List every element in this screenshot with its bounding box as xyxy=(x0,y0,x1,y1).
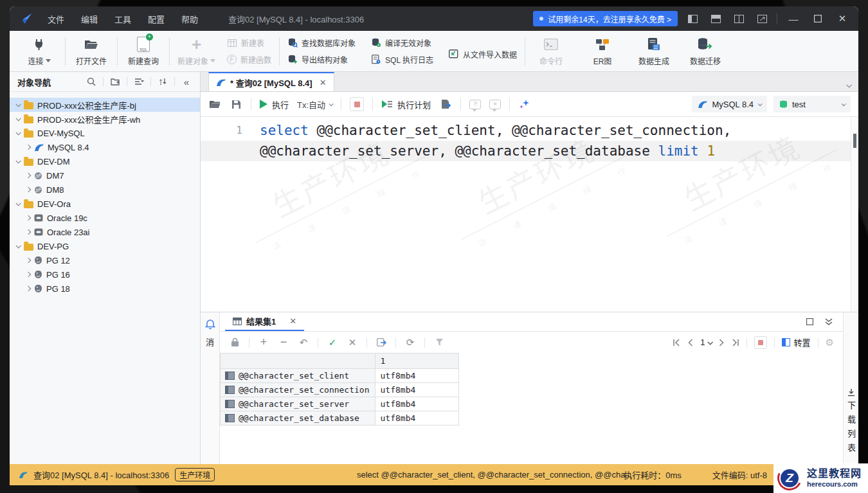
open-file-button[interactable]: 打开文件 xyxy=(73,37,109,66)
value-cell[interactable]: utf8mb4 xyxy=(375,369,458,383)
chevron-down-icon[interactable] xyxy=(15,158,21,163)
tree-item-oracle19c[interactable]: Oracle 19c xyxy=(10,211,200,225)
maximize-panel-icon[interactable] xyxy=(806,318,813,325)
explain-plan-button[interactable]: 执行计划 xyxy=(381,98,431,111)
row-header-cell[interactable]: @@character_set_database xyxy=(221,411,375,426)
add-row-icon[interactable]: + xyxy=(258,337,269,348)
row-header-cell[interactable]: @@character_set_client xyxy=(221,369,375,383)
cancel-icon[interactable]: ✕ xyxy=(347,337,358,348)
menu-tools[interactable]: 工具 xyxy=(106,13,140,25)
chevron-right-icon[interactable] xyxy=(26,145,31,150)
download-list-tab[interactable]: 下载列表 xyxy=(845,401,857,458)
refresh-icon[interactable]: ⟳ xyxy=(404,337,416,348)
grid-settings-icon[interactable]: ⚙ xyxy=(826,337,834,348)
er-diagram-button[interactable]: ER图 xyxy=(584,37,620,66)
menu-config[interactable]: 配置 xyxy=(140,13,173,25)
collapse-all-icon[interactable] xyxy=(133,76,145,87)
chevron-down-icon[interactable] xyxy=(15,243,21,248)
export-struct-button[interactable]: 导出结构对象 xyxy=(287,54,348,65)
menu-help[interactable]: 帮助 xyxy=(173,13,206,25)
import-data-button[interactable]: 从文件导入数据 xyxy=(449,49,517,60)
close-button[interactable]: ✕ xyxy=(833,13,852,24)
chevron-down-icon[interactable] xyxy=(15,130,21,135)
delete-row-icon[interactable]: − xyxy=(278,337,289,348)
last-page-icon[interactable] xyxy=(732,339,739,346)
run-button[interactable]: 执行 xyxy=(260,98,289,111)
next-page-icon[interactable] xyxy=(719,339,725,346)
tree-item-dm8[interactable]: DM8 xyxy=(10,183,200,197)
database-dropdown[interactable]: test xyxy=(773,96,851,112)
value-cell[interactable]: utf8mb4 xyxy=(375,383,458,397)
chevron-down-icon[interactable] xyxy=(15,201,21,206)
new-connection-group-icon[interactable] xyxy=(109,76,121,87)
value-cell[interactable]: utf8mb4 xyxy=(375,411,458,426)
data-migrate-button[interactable]: 数据迁移 xyxy=(687,37,723,66)
value-cell[interactable]: utf8mb4 xyxy=(375,397,458,411)
tree-item-prod-wh[interactable]: PROD-xxx公积金生产库-wh xyxy=(10,112,200,126)
tab-list-chevron-icon[interactable] xyxy=(847,78,851,90)
row-header-cell[interactable]: @@character_set_connection xyxy=(221,383,375,397)
save-icon[interactable] xyxy=(230,98,242,111)
row-header-cell[interactable]: @@character_set_server xyxy=(221,397,375,411)
tree-item-dev-pg[interactable]: DEV-PG xyxy=(10,239,200,253)
collapse-sidebar-icon[interactable]: « xyxy=(181,76,192,87)
trial-badge[interactable]: 试用剩余14天，去注册享永久免费 > xyxy=(533,11,678,26)
split-view-icon[interactable] xyxy=(730,10,747,27)
open-file-icon[interactable] xyxy=(208,98,221,111)
tree-item-oracle23ai[interactable]: Oracle 23ai xyxy=(10,225,200,239)
page-number-dropdown[interactable]: 1 xyxy=(700,337,711,347)
undo-icon[interactable]: ↶ xyxy=(298,337,309,348)
tree-item-dev-mysql[interactable]: DEV-MySQL xyxy=(10,126,200,140)
new-query-button[interactable]: SQL 新建查询 xyxy=(125,37,161,66)
toggle-left-panel-icon[interactable] xyxy=(684,10,701,27)
tree-item-mysql84[interactable]: MySQL 8.4 xyxy=(10,140,200,154)
sql-log-button[interactable]: SQL 执行日志 xyxy=(371,54,433,65)
first-page-icon[interactable] xyxy=(673,339,680,346)
grid-column-header[interactable]: 1 xyxy=(375,354,458,369)
dialect-dropdown[interactable]: MySQL 8.4 xyxy=(692,96,767,112)
compile-invalid-button[interactable]: 编译无效对象 xyxy=(371,37,431,48)
chevron-right-icon[interactable] xyxy=(26,272,31,277)
chevron-right-icon[interactable] xyxy=(26,173,31,178)
collapse-panel-icon[interactable] xyxy=(825,318,833,325)
chevron-right-icon[interactable] xyxy=(26,258,31,263)
search-icon[interactable] xyxy=(86,76,97,87)
result-set-tab[interactable]: 结果集1 ✕ xyxy=(225,312,304,331)
chevron-right-icon[interactable] xyxy=(26,286,31,291)
sql-editor[interactable]: 1 select @@character_set_client, @@chara… xyxy=(201,117,858,312)
editor-scrollbar[interactable] xyxy=(851,117,858,312)
tree-item-prod-bj[interactable]: PROD-xxx公积金生产库-bj xyxy=(10,98,200,112)
ai-format-icon[interactable] xyxy=(518,98,531,111)
toggle-bottom-panel-icon[interactable] xyxy=(707,10,724,27)
tab-query02[interactable]: * 查询02 [MySQL 8.4] ✕ xyxy=(208,72,334,91)
grid-corner-cell[interactable] xyxy=(221,354,375,369)
data-generate-button[interactable]: 101ABC 数据生成 xyxy=(636,37,672,66)
scrollbar-thumb[interactable] xyxy=(853,134,856,148)
transpose-button[interactable]: 转置 xyxy=(782,336,811,348)
tree-item-dm7[interactable]: DM7 xyxy=(10,168,200,183)
tree-item-dev-dm[interactable]: DEV-DM xyxy=(10,154,200,168)
commit-icon[interactable]: ✓ xyxy=(327,337,338,348)
messages-tab[interactable]: 消 xyxy=(206,336,214,348)
export-result-icon[interactable] xyxy=(439,98,452,111)
find-db-object-button[interactable]: 查找数据库对象 xyxy=(287,37,356,48)
tree-item-pg12[interactable]: PG 12 xyxy=(10,253,200,267)
chevron-down-icon[interactable] xyxy=(15,102,21,107)
menu-edit[interactable]: 编辑 xyxy=(73,13,106,25)
connection-switch-icon[interactable] xyxy=(157,76,168,87)
tx-mode-dropdown[interactable]: Tx:自动 xyxy=(297,98,332,111)
minimize-button[interactable]: — xyxy=(784,13,803,24)
maximize-button[interactable] xyxy=(809,10,826,27)
tree-item-dev-ora[interactable]: DEV-Ora xyxy=(10,197,200,211)
tree-item-pg18[interactable]: PG 18 xyxy=(10,282,200,296)
chevron-down-icon[interactable] xyxy=(15,116,21,121)
notification-bell-icon[interactable] xyxy=(205,319,215,330)
export-data-icon[interactable] xyxy=(375,337,387,348)
filter-icon[interactable] xyxy=(433,337,445,348)
menu-file[interactable]: 文件 xyxy=(39,13,73,25)
lock-icon[interactable] xyxy=(229,337,240,348)
chevron-right-icon[interactable] xyxy=(26,187,31,192)
chevron-right-icon[interactable] xyxy=(26,229,31,235)
tab-close-icon[interactable]: ✕ xyxy=(280,316,296,326)
prev-page-icon[interactable] xyxy=(687,339,693,346)
